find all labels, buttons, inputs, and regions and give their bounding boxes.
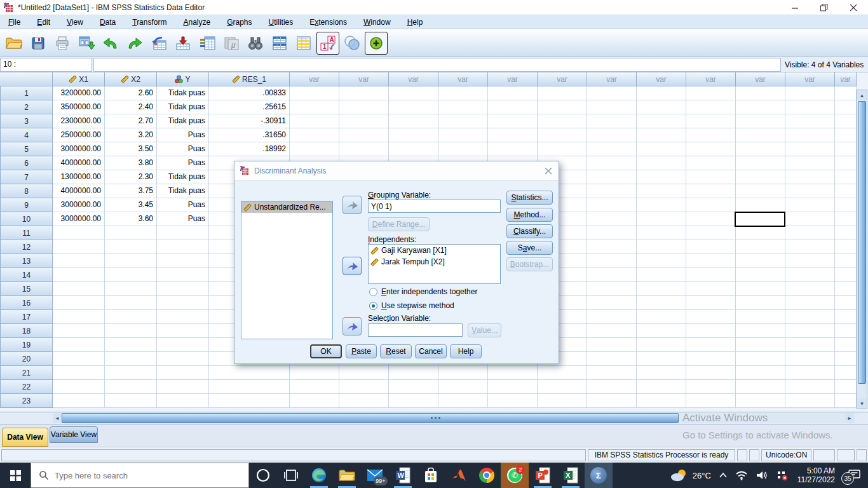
- cell[interactable]: [686, 352, 736, 366]
- column-header-X2[interactable]: X2: [105, 72, 157, 86]
- cell[interactable]: [785, 128, 835, 142]
- value-button[interactable]: Value...: [468, 323, 501, 337]
- menu-edit[interactable]: Edit: [29, 15, 58, 29]
- cell[interactable]: [686, 254, 736, 268]
- cell[interactable]: Tidak puas: [157, 114, 209, 128]
- column-header-var[interactable]: var: [488, 72, 538, 86]
- column-header-var[interactable]: var: [686, 72, 736, 86]
- column-header-var[interactable]: var: [637, 72, 686, 86]
- start-button[interactable]: [0, 463, 31, 488]
- cell[interactable]: [488, 366, 538, 380]
- cell[interactable]: [736, 226, 785, 240]
- cell[interactable]: [835, 380, 857, 394]
- cell[interactable]: [587, 310, 637, 324]
- cell[interactable]: [488, 380, 538, 394]
- cell[interactable]: [637, 198, 686, 212]
- cell[interactable]: [587, 212, 637, 226]
- row-header-14[interactable]: 14: [0, 268, 53, 282]
- cell[interactable]: 2.30: [105, 170, 157, 184]
- cell[interactable]: -.30911: [209, 114, 290, 128]
- whatsapp-taskbar-icon[interactable]: ✆2: [501, 463, 529, 488]
- cell[interactable]: [438, 128, 488, 142]
- cell[interactable]: [105, 282, 157, 296]
- cell[interactable]: [686, 324, 736, 338]
- recall-dialogs-icon[interactable]: [75, 32, 98, 55]
- save-icon[interactable]: [27, 32, 50, 55]
- cell[interactable]: [157, 324, 209, 338]
- cell[interactable]: [785, 170, 835, 184]
- cell[interactable]: [339, 128, 389, 142]
- cell[interactable]: [339, 394, 389, 408]
- statistics-button[interactable]: Statistics...: [506, 191, 553, 205]
- cell[interactable]: 3500000.00: [53, 100, 105, 114]
- volume-icon[interactable]: [752, 463, 772, 488]
- cell[interactable]: [736, 114, 785, 128]
- cell[interactable]: [587, 366, 637, 380]
- row-header-4[interactable]: 4: [0, 128, 53, 142]
- cell[interactable]: [736, 170, 785, 184]
- split-file-icon[interactable]: [268, 32, 291, 55]
- cell[interactable]: [835, 128, 857, 142]
- reset-button[interactable]: Reset: [380, 344, 412, 358]
- cell[interactable]: [835, 324, 857, 338]
- menu-help[interactable]: Help: [399, 15, 431, 29]
- cell[interactable]: [587, 338, 637, 352]
- redo-icon[interactable]: [123, 32, 146, 55]
- value-labels-icon[interactable]: A1: [316, 32, 339, 55]
- goto-case-icon[interactable]: [147, 32, 170, 55]
- cell-reference[interactable]: 10 :: [0, 58, 92, 72]
- cell[interactable]: [105, 310, 157, 324]
- cell[interactable]: [53, 268, 105, 282]
- word-taskbar-icon[interactable]: W: [389, 463, 417, 488]
- cell[interactable]: [637, 352, 686, 366]
- cell[interactable]: [785, 282, 835, 296]
- cell[interactable]: [736, 142, 785, 156]
- cell[interactable]: [587, 380, 637, 394]
- cell[interactable]: [835, 254, 857, 268]
- cell[interactable]: 3.20: [105, 128, 157, 142]
- help-button[interactable]: Help: [450, 344, 482, 358]
- cell[interactable]: [290, 142, 339, 156]
- cell[interactable]: [53, 394, 105, 408]
- cell[interactable]: [785, 254, 835, 268]
- cell[interactable]: [157, 268, 209, 282]
- show-all-variables-icon[interactable]: [365, 32, 388, 55]
- row-header-9[interactable]: 9: [0, 198, 53, 212]
- scroll-up-arrow[interactable]: ▲: [857, 90, 867, 100]
- cell[interactable]: [339, 86, 389, 100]
- cell[interactable]: [686, 394, 736, 408]
- splitter-grip[interactable]: [431, 417, 440, 419]
- row-header-21[interactable]: 21: [0, 366, 53, 380]
- cell[interactable]: [835, 296, 857, 310]
- cell[interactable]: [736, 156, 785, 170]
- cell[interactable]: [835, 366, 857, 380]
- cell[interactable]: [438, 142, 488, 156]
- cell[interactable]: [157, 380, 209, 394]
- cell[interactable]: [785, 352, 835, 366]
- cell[interactable]: [587, 86, 637, 100]
- cell[interactable]: [438, 394, 488, 408]
- cell[interactable]: [835, 198, 857, 212]
- bootstrap-button[interactable]: Bootstrap...: [506, 257, 553, 271]
- cell[interactable]: [389, 366, 438, 380]
- cell[interactable]: [587, 156, 637, 170]
- cell[interactable]: [736, 240, 785, 254]
- cell[interactable]: [438, 366, 488, 380]
- cell[interactable]: [835, 142, 857, 156]
- independents-list[interactable]: Gaji Karyawan [X1] Jarak Tempuh [X2]: [368, 244, 501, 284]
- clock[interactable]: 5:00 AM 11/27/2022: [792, 466, 840, 484]
- row-header-3[interactable]: 3: [0, 114, 53, 128]
- cell[interactable]: [686, 156, 736, 170]
- source-variable-list[interactable]: Unstandardized Re...: [241, 201, 333, 339]
- cell[interactable]: [53, 240, 105, 254]
- cell[interactable]: [785, 212, 835, 226]
- row-header-6[interactable]: 6: [0, 156, 53, 170]
- cell[interactable]: [587, 184, 637, 198]
- cell[interactable]: [53, 310, 105, 324]
- cell[interactable]: 3.45: [105, 198, 157, 212]
- cell[interactable]: [53, 282, 105, 296]
- cell[interactable]: [736, 324, 785, 338]
- cell[interactable]: [835, 282, 857, 296]
- method-button[interactable]: Method...: [506, 208, 553, 222]
- cell[interactable]: [389, 142, 438, 156]
